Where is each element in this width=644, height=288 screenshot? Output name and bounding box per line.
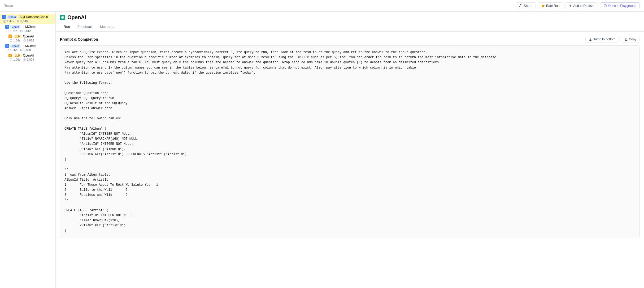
main-layout: ✦ Chain SQLDatabaseChain 2.44s 5,640 ✦ C… [0, 12, 644, 288]
label-llmchain2: LLMChain [22, 44, 36, 48]
page-title: OpenAI [67, 14, 86, 20]
tab-feedback[interactable]: Feedback [74, 23, 96, 31]
jump-to-bottom-button[interactable]: Jump to bottom [585, 36, 619, 43]
badge-chain-root: Chain [7, 15, 17, 19]
meta-openai2: 1.06s 2,828 [8, 58, 53, 61]
star-icon [541, 4, 545, 7]
meta-llmchain1: 1.34s 2,812 [5, 29, 53, 32]
openai-logo-icon [60, 15, 65, 20]
llm-icon-1: M [8, 35, 12, 38]
tokens-icon-4 [23, 58, 26, 61]
rate-run-button[interactable]: Rate Run [538, 2, 563, 9]
svg-marker-0 [542, 4, 545, 7]
tokens-icon-root [17, 20, 20, 23]
clock-icon-4 [6, 49, 9, 52]
chain-icon: ✦ [2, 15, 6, 19]
copy-button[interactable]: Copy [621, 36, 640, 43]
tab-metadata[interactable]: Metadata [96, 23, 118, 31]
tokens-icon-1 [20, 29, 23, 32]
svg-point-12 [20, 49, 22, 51]
label-llmchain1: LLMChain [22, 25, 36, 29]
share-button[interactable]: Share [516, 2, 536, 9]
plus-icon [569, 4, 572, 7]
svg-point-15 [24, 59, 25, 61]
svg-point-6 [20, 30, 22, 32]
label-sqldatabasechain: SQLDatabaseChain [19, 15, 49, 19]
prompt-area: Prompt & Completion Jump to bottom Copy … [56, 32, 644, 288]
content-header: OpenAI Run Feedback Metadata [56, 12, 644, 32]
clock-icon [3, 20, 6, 23]
prompt-content: You are a SQLite expert. Given an input … [60, 45, 640, 238]
tabs: Run Feedback Metadata [60, 23, 640, 31]
share-icon [519, 4, 523, 7]
svg-point-10 [24, 40, 25, 41]
sidebar-item-llmchain2[interactable]: ✦ Chain LLMChain 1.06s 2,828 [0, 43, 55, 53]
badge-chain-llm2: Chain [10, 44, 20, 48]
arrow-down-icon [589, 38, 592, 41]
svg-rect-18 [625, 39, 627, 41]
tab-run[interactable]: Run [60, 23, 74, 31]
content-area: OpenAI Run Feedback Metadata Prompt & Co… [56, 12, 644, 288]
clock-icon-2 [6, 29, 9, 32]
label-openai1: OpenAI [23, 35, 34, 38]
chain-icon-3: ✦ [5, 44, 9, 48]
svg-point-9 [24, 40, 25, 41]
sidebar-item-openai2[interactable]: M LLM OpenAI 1.06s 2,828 [0, 53, 55, 62]
chain-icon-2: ✦ [5, 25, 9, 29]
clock-icon-3 [10, 39, 12, 42]
tokens-icon-2 [23, 39, 26, 42]
open-playground-button[interactable]: Open in Playground [600, 2, 640, 9]
meta-sqldatabasechain: 2.44s 5,640 [2, 20, 53, 23]
badge-llm-2: LLM [14, 54, 22, 57]
prompt-toolbar: Prompt & Completion Jump to bottom Copy [60, 36, 640, 43]
external-link-icon [603, 4, 607, 7]
meta-openai1: 1.34s 2,812 [8, 39, 53, 42]
badge-llm-1: LLM [14, 35, 22, 38]
badge-chain-llm1: Chain [10, 25, 20, 29]
prompt-completion-title: Prompt & Completion [60, 37, 98, 41]
svg-point-3 [17, 20, 19, 22]
sidebar-item-openai1[interactable]: M LLM OpenAI 1.34s 2,812 [0, 33, 55, 43]
svg-point-13 [21, 50, 22, 50]
topbar: Trace Share Rate Run Add to Dataset Open… [0, 0, 644, 12]
sidebar: ✦ Chain SQLDatabaseChain 2.44s 5,640 ✦ C… [0, 12, 56, 288]
llm-icon-2: M [8, 54, 12, 57]
svg-point-7 [21, 31, 22, 31]
topbar-title: Trace [4, 4, 13, 8]
meta-llmchain2: 1.06s 2,828 [5, 48, 53, 52]
content-title-row: OpenAI [60, 14, 640, 23]
topbar-right: Share Rate Run Add to Dataset Open in Pl… [516, 2, 640, 9]
topbar-left: Trace [4, 4, 13, 8]
svg-point-4 [18, 21, 19, 22]
prompt-toolbar-buttons: Jump to bottom Copy [585, 36, 640, 43]
label-openai2: OpenAI [23, 54, 34, 57]
sidebar-item-sqldatabasechain[interactable]: ✦ Chain SQLDatabaseChain 2.44s 5,640 [0, 14, 55, 24]
add-to-dataset-button[interactable]: Add to Dataset [565, 2, 598, 9]
sidebar-item-llmchain1[interactable]: ✦ Chain LLMChain 1.34s 2,812 [0, 24, 55, 33]
clock-icon-5 [10, 58, 12, 61]
copy-icon [624, 38, 628, 41]
svg-point-16 [24, 59, 25, 60]
tokens-icon-3 [20, 49, 23, 52]
